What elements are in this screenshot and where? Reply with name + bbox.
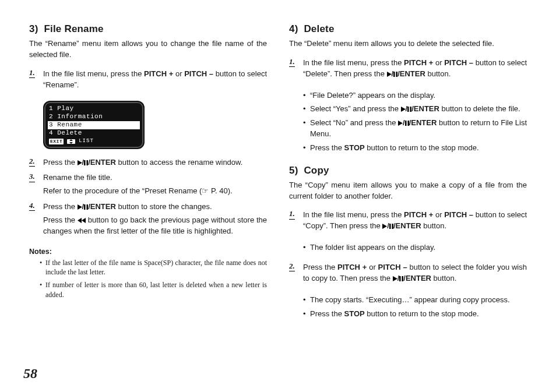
section-5-step-2: 2. Press the PITCH + or PITCH – button t…	[289, 262, 527, 289]
svg-marker-0	[69, 139, 73, 141]
lcd-row-4: 4 Delete	[48, 129, 140, 137]
svg-marker-8	[78, 218, 82, 223]
step-number: 1.	[289, 210, 295, 219]
svg-marker-16	[398, 121, 403, 126]
section-5-step-1: 1. In the file list menu, press the PITC…	[289, 210, 527, 236]
section-3-step-4: 4. Press the //ENTER button to store the…	[29, 202, 267, 242]
lcd-exit-tag: EXIT	[49, 139, 64, 144]
svg-rect-15	[410, 107, 412, 112]
bullet: Select “No” and press the //ENTER button…	[303, 118, 527, 143]
section-5-bullets-2: The copy starts. “Executing…” appear dur…	[289, 295, 527, 323]
play-pause-enter-icon: //ENTER	[78, 158, 116, 167]
section-3-step-3: 3. Rename the file title. Refer to the p…	[29, 172, 267, 202]
lcd-arrows-icon	[67, 139, 75, 144]
section-3-title: File Rename	[44, 23, 103, 34]
step-number: 2.	[29, 157, 35, 167]
bullet: Press the STOP button to return to the s…	[303, 143, 527, 157]
svg-rect-12	[396, 72, 398, 77]
left-column: 3) File Rename The “Rename” menu item al…	[29, 23, 267, 380]
svg-rect-14	[407, 107, 409, 112]
lcd-list-label: LIST	[79, 138, 94, 144]
section-5-bullets-1: The folder list appears on the display.	[289, 242, 527, 256]
bullet: Press the STOP button to return to the s…	[303, 309, 527, 323]
step-number: 1.	[29, 69, 35, 78]
section-5-number: 5)	[289, 165, 298, 176]
section-4-title: Delete	[304, 23, 334, 34]
svg-rect-3	[84, 160, 86, 165]
section-4-intro: The “Delete” menu item allows you to del…	[289, 38, 527, 50]
section-3-step-1: 1. In the file list menu, press the PITC…	[29, 69, 267, 96]
step-number: 2.	[289, 262, 295, 271]
svg-marker-13	[401, 107, 406, 112]
section-3-step-2: 2. Press the //ENTER button to access th…	[29, 157, 267, 173]
svg-rect-23	[399, 276, 401, 281]
svg-marker-19	[382, 224, 387, 229]
bullet: The copy starts. “Executing…” appear dur…	[303, 295, 527, 309]
step-number: 3.	[29, 172, 35, 182]
section-5-intro: The “Copy” menu item allows you to make …	[289, 180, 527, 202]
note-2: If number of letter is more than 60, las…	[40, 280, 267, 303]
section-3-steps-cont: 2. Press the //ENTER button to access th…	[29, 157, 267, 242]
bullet: “File Delete?” appears on the display.	[303, 90, 527, 104]
section-3-steps: 1. In the file list menu, press the PITC…	[29, 69, 267, 96]
notes-heading: Notes:	[29, 248, 267, 256]
section-3-number: 3)	[29, 23, 38, 34]
section-4-bullets: “File Delete?” appears on the display. S…	[289, 90, 527, 157]
step-number: 4.	[29, 202, 35, 211]
step-number: 1.	[289, 58, 295, 67]
bullet: Select “Yes” and press the //ENTER butto…	[303, 104, 527, 118]
svg-marker-1	[69, 142, 73, 144]
lcd-row-2: 2 Information	[48, 113, 140, 121]
svg-marker-22	[393, 276, 397, 281]
lcd-footer: EXIT LIST	[48, 137, 140, 144]
section-4-step-1: 1. In the file list menu, press the PITC…	[289, 58, 527, 84]
section-5-steps: 1. In the file list menu, press the PITC…	[289, 210, 527, 236]
svg-rect-18	[407, 121, 409, 126]
svg-rect-24	[402, 276, 404, 281]
svg-rect-17	[405, 121, 407, 126]
section-4-heading: 4) Delete	[289, 23, 527, 35]
svg-rect-20	[389, 224, 391, 229]
rewind-icon	[78, 216, 86, 224]
svg-rect-7	[87, 204, 89, 210]
play-pause-enter-icon: //ENTER	[387, 69, 425, 78]
svg-rect-21	[392, 224, 393, 229]
lcd-row-1: 1 Play	[48, 105, 140, 113]
section-3-intro: The “Rename” menu item allows you to cha…	[29, 38, 267, 61]
step-3-subtext: Refer to the procedure of the “Preset Re…	[43, 186, 267, 197]
right-column: 4) Delete The “Delete” menu item allows …	[289, 23, 527, 380]
section-4-steps: 1. In the file list menu, press the PITC…	[289, 58, 527, 84]
svg-marker-10	[387, 72, 392, 77]
svg-marker-9	[82, 218, 86, 223]
play-pause-enter-icon: //ENTER	[401, 104, 439, 113]
play-pause-enter-icon: //ENTER	[78, 202, 116, 211]
section-3-heading: 3) File Rename	[29, 23, 267, 35]
section-4-number: 4)	[289, 23, 298, 34]
lcd-screenshot: 1 Play 2 Information 3 Rename 4 Delete E…	[43, 101, 145, 149]
play-pause-enter-icon: //ENTER	[382, 221, 421, 230]
play-pause-enter-icon: //ENTER	[398, 118, 437, 127]
svg-rect-11	[393, 72, 395, 77]
page-number: 58	[23, 366, 37, 382]
play-pause-enter-icon: //ENTER	[393, 274, 431, 282]
section-5-title: Copy	[304, 165, 329, 176]
note-1: If the last letter of the file name is S…	[40, 258, 267, 281]
bullet: The folder list appears on the display.	[303, 242, 527, 256]
svg-marker-5	[78, 204, 82, 210]
svg-rect-4	[87, 160, 89, 165]
svg-marker-2	[78, 160, 82, 165]
svg-rect-6	[84, 204, 86, 210]
section-5-steps-2: 2. Press the PITCH + or PITCH – button t…	[289, 262, 527, 289]
section-5-heading: 5) Copy	[289, 165, 527, 176]
lcd-row-3-selected: 3 Rename	[48, 121, 140, 129]
notes-list: If the last letter of the file name is S…	[29, 258, 267, 303]
